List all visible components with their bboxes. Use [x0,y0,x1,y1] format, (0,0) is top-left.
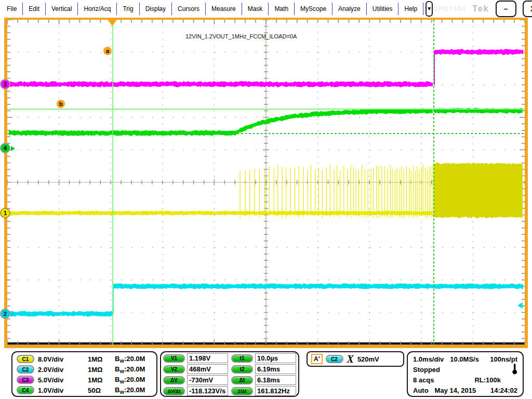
trigger-position-marker [108,20,117,26]
channel-readout-row: C18.0V/div1MΩBW:20.0M [12,354,156,364]
measurement-badge-time0[interactable]: t1 [231,354,253,363]
record-length: RL:100k [474,376,501,384]
measurement-badge-time2[interactable]: Δt [231,376,253,384]
date-label: May 14, 2015 [435,387,476,394]
waveform-plot-area [7,20,525,345]
cursor-b-handle[interactable]: b [57,100,65,108]
menu-item-file[interactable]: File [1,5,22,12]
trace-c1-block [434,163,523,218]
trace-c3-band [434,49,523,55]
menu-item-help[interactable]: Help [398,5,423,12]
bw-value: :20.0M [124,365,145,373]
menu-item-vertical[interactable]: Vertical [46,5,77,12]
bw-value: :20.0M [124,355,145,363]
measurement-badge-volt2[interactable]: ΔV [163,376,185,384]
sample-resolution: 100ns/pt [490,355,517,363]
cursor-measurement-panel: V11.198Vt110.0µsV2468mVt26.19msΔV-730mVΔ… [160,351,299,397]
minimize-button[interactable]: – [496,1,516,17]
channel-2-position-marker[interactable]: 2 [0,309,10,319]
channel-badge-c2[interactable]: C2 [17,365,34,374]
bw-value: :20.0M [124,376,145,383]
trace-c2-band [9,311,113,317]
channel-3-arrow-icon [11,82,15,87]
acquisition-count-row: 8 acqs RL:100k [413,375,517,385]
channel-readout-row: C22.0V/div1MΩBW:20.0M [12,364,156,375]
channel-badge-c3[interactable]: C3 [17,376,34,384]
menu-bar: FileEditVerticalHoriz/AcqTrigDisplayCurs… [0,0,532,17]
measurement-badge-volt3[interactable]: ΔV/Δt [163,387,185,395]
acquisition-status: Stopped [413,366,440,374]
channel-badge-c1[interactable]: C1 [17,355,34,363]
channel-scale: 1.0V/div [38,387,88,394]
bw-prefix: B [115,365,119,373]
minimize-icon: – [504,5,508,13]
measurement-value: -730mV [187,375,228,385]
measurement-value: 10.0µs [255,353,296,363]
bw-sub: W [119,358,124,364]
channel-scale: 8.0V/div [38,355,88,363]
measurement-row: Δt6.18ms [231,375,296,385]
trace-c3-band [9,81,433,87]
timebase-row: 1.0ms/div 10.0MS/s 100ns/pt [413,354,517,364]
measurement-grid: V11.198Vt110.0µsV2468mVt26.19msΔV-730mVΔ… [163,353,296,396]
menu-separator [423,3,423,15]
time-label: 14:24:02 [490,387,517,394]
measurement-value: 1.198V [187,353,228,363]
channel-impedance: 1MΩ [88,376,115,384]
menu-item-myscope[interactable]: MyScope [295,5,332,12]
chevron-down-icon: ▼ [427,6,432,11]
menu-item-analyze[interactable]: Analyze [332,5,366,12]
trigger-channel-badge[interactable]: C2 [326,355,343,363]
close-button[interactable]: X [523,1,532,17]
readout-strip: C18.0V/div1MΩBW:20.0MC22.0V/div1MΩBW:20.… [0,348,532,399]
trace-c2-band [113,283,523,289]
measurement-badge-volt1[interactable]: V2 [163,365,185,374]
trigger-level-arrow[interactable] [517,302,523,309]
measurement-badge-volt0[interactable]: V1 [163,354,185,363]
trace-c4-band [434,108,523,113]
horizontal-acquisition-panel: 1.0ms/div 10.0MS/s 100ns/pt Stopped 8 ac… [407,351,524,397]
measurement-value: 6.19ms [255,364,296,374]
bw-sub: W [119,379,124,384]
menu-item-display[interactable]: Display [140,5,171,12]
trigger-level-value: 520mV [357,355,379,363]
menu-item-cursors[interactable]: Cursors [172,5,205,12]
channel-4-position-marker[interactable]: 4 [0,143,10,153]
trace-c4-band [235,109,433,136]
channel-4-arrow-icon [11,146,15,151]
channel-1-position-marker[interactable]: 1 [0,208,10,218]
bw-value: :20.0M [124,386,145,394]
sample-rate: 10.0MS/s [450,355,479,363]
model-label: DPO7104 [433,5,466,12]
menu-item-horiz-acq[interactable]: Horiz/Acq [78,5,116,12]
channel-bandwidth: BW:20.0M [115,376,145,384]
cursor-a-handle[interactable]: a [103,47,112,55]
measurement-badge-time3[interactable]: 1/Δt [231,387,253,395]
menu-item-trig[interactable]: Trig [117,5,139,12]
menu-overflow-button[interactable]: ▼ [425,1,433,17]
mode-date-row: Auto May 14, 2015 14:24:02 [413,385,517,395]
channel-bandwidth: BW:20.0M [115,355,145,364]
channel-3-position-marker[interactable]: 3 [0,79,10,89]
channel-badge-c4[interactable]: C4 [17,386,34,394]
measurement-row: t110.0µs [231,353,296,363]
menu-item-math[interactable]: Math [269,5,294,12]
channel-settings-panel: C18.0V/div1MΩBW:20.0MC22.0V/div1MΩBW:20.… [11,351,157,397]
measurement-row: V2468mV [163,364,228,374]
menu-items: FileEditVerticalHoriz/AcqTrigDisplayCurs… [1,3,423,15]
channel-impedance: 1MΩ [88,355,115,363]
timebase-scale: 1.0ms/div [413,355,444,363]
measurement-badge-time1[interactable]: t2 [231,365,253,374]
menu-item-mask[interactable]: Mask [242,5,269,12]
measurement-value: 468mV [187,364,228,374]
channel-2-arrow-icon [11,312,15,317]
channel-bandwidth: BW:20.0M [115,386,145,395]
measurement-row: V11.198V [163,353,228,363]
menu-item-measure[interactable]: Measure [206,5,242,12]
menu-item-edit[interactable]: Edit [23,5,45,12]
menu-item-utilities[interactable]: Utilities [367,5,398,12]
channel-impedance: 1MΩ [88,366,115,374]
thermometer-icon [512,363,517,376]
measurement-row: t26.19ms [231,364,296,374]
trigger-source-label[interactable]: A' [311,354,323,364]
